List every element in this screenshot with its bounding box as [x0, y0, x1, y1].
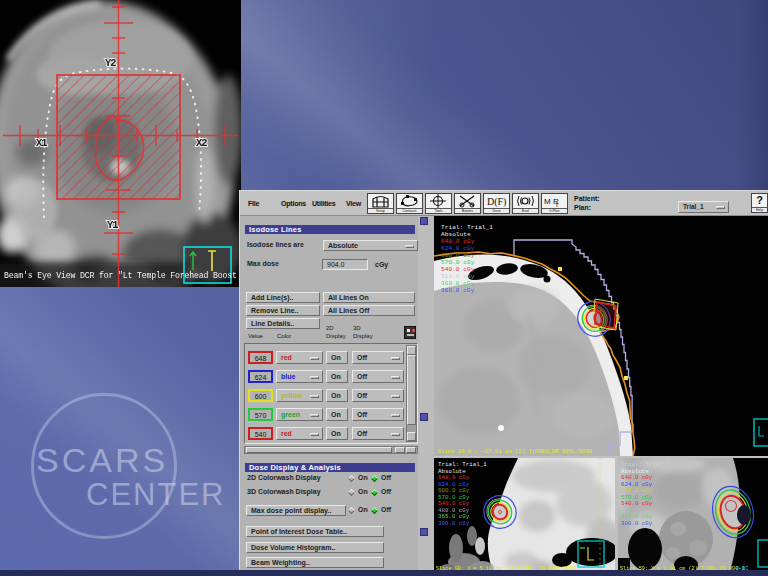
svg-text:300.0 cGy: 300.0 cGy [621, 520, 653, 527]
svg-text:X1: X1 [36, 137, 47, 149]
svg-text:Beam's Eye View DCR for "Lt Te: Beam's Eye View DCR for "Lt Temple Foreh… [4, 271, 237, 280]
svg-text:600.0 cGy: 600.0 cGy [441, 252, 475, 259]
svg-text:624.0 cGy: 624.0 cGy [441, 245, 475, 252]
svg-text:570.0 cGy: 570.0 cGy [441, 259, 475, 266]
svg-text:Y2: Y2 [105, 57, 116, 69]
svg-text:Trial: Trial_1: Trial: Trial_1 [441, 224, 493, 231]
svg-text:X2: X2 [196, 137, 207, 149]
svg-text:648.0 cGy: 648.0 cGy [441, 238, 475, 245]
svg-text:300.0 cGy: 300.0 cGy [441, 287, 475, 294]
svg-text:510.0 cGy: 510.0 cGy [441, 273, 475, 280]
svg-text:540.0 cGy: 540.0 cGy [621, 500, 653, 507]
svg-text:300.0 cGy: 300.0 cGy [438, 520, 470, 527]
svg-text:D(F): D(F) [487, 196, 506, 208]
svg-text:Slice 29.0 : -17.91 cm (2) Y(D: Slice 29.0 : -17.91 cm (2) Y(DDED,DR 99%… [438, 448, 593, 455]
svg-text:Absolute: Absolute [441, 231, 471, 238]
svg-text:360.0 cGy: 360.0 cGy [441, 280, 475, 287]
svg-text:Y1: Y1 [107, 219, 118, 231]
svg-text:540.0 cGy: 540.0 cGy [441, 266, 475, 273]
